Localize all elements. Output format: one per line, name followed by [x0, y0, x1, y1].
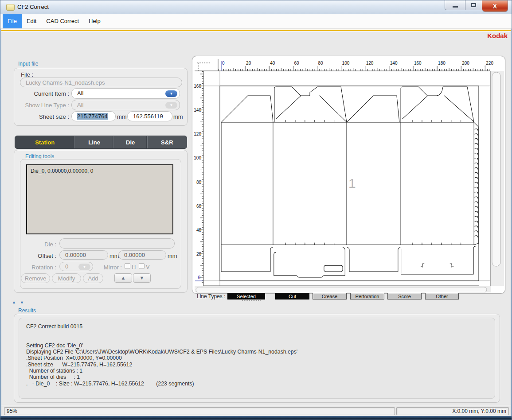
mirror-h-label: H: [132, 264, 136, 270]
sheet-height-value: 162.556119: [133, 113, 163, 120]
move-up-button[interactable]: ▲: [114, 273, 132, 283]
dieline-canvas[interactable]: 1020406080100120140160180200220204060801…: [192, 56, 504, 292]
close-icon: X: [493, 3, 497, 10]
svg-text:160: 160: [414, 61, 422, 66]
collapse-up-icon[interactable]: ▲: [12, 300, 16, 304]
svg-text:20: 20: [196, 252, 202, 257]
add-button[interactable]: Add: [83, 273, 103, 283]
rotation-label: Rotation :: [14, 264, 56, 271]
rotation-combo: 0 ▼: [59, 262, 93, 271]
cad-viewport[interactable]: 1020406080100120140160180200220204060801…: [192, 56, 505, 294]
menu-bar: File Edit CAD Correct Help: [0, 14, 512, 29]
station-listbox[interactable]: Die_0, 0.00000,0.00000, 0: [26, 164, 173, 234]
offset-x-unit: mm: [109, 253, 119, 259]
close-button[interactable]: X: [482, 0, 508, 12]
svg-text:0: 0: [222, 61, 225, 66]
sheet-height-input[interactable]: 162.556119: [127, 111, 172, 121]
chevron-down-icon: ▼: [78, 264, 90, 270]
file-label: File :: [21, 71, 33, 78]
app-window: CF2 Correct X File Edit CAD Correct Help…: [0, 0, 512, 420]
maximize-icon: [471, 3, 476, 7]
window-frame-bottom: [0, 416, 512, 420]
window-frame-left: [0, 29, 1, 417]
svg-text:200: 200: [462, 61, 469, 66]
tab-bar: Station Line Die S&R: [15, 136, 187, 149]
line-type-crease[interactable]: Crease: [313, 293, 347, 299]
sheet-height-unit: mm: [173, 113, 183, 120]
line-types-label: Line Types :: [197, 293, 226, 299]
svg-text:180: 180: [438, 61, 446, 66]
editing-tools-label: Editing tools: [25, 153, 54, 159]
menu-cad-correct[interactable]: CAD Correct: [41, 14, 84, 28]
svg-text:40: 40: [270, 61, 275, 66]
menu-file[interactable]: File: [3, 14, 22, 28]
chevron-down-icon[interactable]: ▼: [165, 90, 177, 97]
svg-text:160: 160: [194, 84, 201, 89]
sheet-width-unit: mm: [117, 113, 127, 120]
svg-text:100: 100: [342, 61, 350, 66]
collapse-down-icon[interactable]: ▼: [20, 300, 24, 305]
results-group: CF2 Correct build 0015 Setting CF2 doc '…: [14, 314, 500, 403]
title-bar: CF2 Correct X: [0, 0, 512, 14]
offset-x-input[interactable]: 0.00000: [59, 250, 108, 260]
die-field: [59, 238, 175, 249]
results-label: Results: [18, 307, 36, 314]
mirror-label: Mirror :: [96, 264, 122, 271]
mirror-v-checkbox: [139, 263, 145, 269]
app-icon: [6, 4, 15, 11]
modify-button[interactable]: Modify: [52, 273, 81, 283]
gold-divider: [0, 29, 512, 31]
tab-station[interactable]: Station: [15, 136, 75, 148]
tab-line[interactable]: Line: [75, 136, 113, 148]
current-item-combo[interactable]: All ▼: [71, 88, 180, 99]
svg-text:140: 140: [194, 108, 201, 113]
chevron-down-icon: ▼: [165, 102, 177, 109]
minimize-button[interactable]: [445, 0, 465, 10]
svg-text:60: 60: [294, 61, 299, 66]
input-file-group-label: Input file: [18, 61, 38, 67]
results-log-area[interactable]: CF2 Correct build 0015 Setting CF2 doc '…: [19, 318, 495, 399]
selected-dash-sample: [242, 300, 261, 301]
move-down-button[interactable]: ▼: [133, 273, 151, 283]
sheet-width-input[interactable]: 215.774764: [71, 111, 116, 121]
svg-text:120: 120: [194, 132, 201, 136]
zoom-status: 95%: [4, 407, 395, 415]
rotation-value: 0: [65, 263, 68, 270]
offset-label: Offset :: [20, 253, 56, 259]
svg-text:120: 120: [366, 61, 374, 66]
file-field: Lucky Charms-N1_nodash.eps: [20, 78, 182, 87]
status-bar: 95% X:0.00 mm, Y:0.00 mm: [0, 405, 512, 417]
maximize-button[interactable]: [465, 0, 482, 10]
cursor-coordinates: X:0.00 mm, Y:0.00 mm: [396, 407, 509, 415]
mirror-h-checkbox: [125, 263, 130, 269]
line-type-cut[interactable]: Cut: [275, 293, 309, 299]
svg-text:100: 100: [194, 156, 201, 160]
line-type-score[interactable]: Score: [387, 293, 422, 299]
tab-sr[interactable]: S&R: [148, 136, 187, 148]
results-log-text: CF2 Correct build 0015 Setting CF2 doc '…: [26, 323, 297, 387]
svg-text:60: 60: [196, 204, 202, 209]
offset-y-unit: mm: [168, 253, 177, 259]
line-type-other[interactable]: Other: [425, 293, 459, 299]
kodak-logo: Kodak: [487, 32, 508, 39]
sheet-size-label: Sheet size :: [14, 113, 69, 120]
svg-text:0: 0: [198, 275, 200, 280]
svg-text:1: 1: [348, 176, 356, 191]
svg-text:40: 40: [196, 228, 202, 233]
list-item[interactable]: Die_0, 0.00000,0.00000, 0: [31, 168, 93, 174]
menu-edit[interactable]: Edit: [22, 14, 41, 28]
show-line-type-label: Show Line Type :: [14, 102, 69, 109]
current-item-value: All: [77, 90, 83, 97]
die-label: Die :: [20, 241, 56, 248]
mirror-v-label: V: [146, 264, 150, 270]
remove-button[interactable]: Remove: [21, 273, 50, 283]
arrow-down-icon: ▼: [140, 275, 145, 280]
menu-help[interactable]: Help: [84, 14, 106, 28]
line-type-perforation[interactable]: Perforation: [350, 293, 384, 299]
current-item-label: Current Item :: [14, 90, 69, 97]
tab-die[interactable]: Die: [114, 136, 148, 148]
minimize-icon: [453, 6, 458, 8]
offset-y-input[interactable]: 0.00000: [118, 250, 166, 260]
svg-text:80: 80: [318, 61, 324, 66]
line-type-selected[interactable]: Selected: [227, 293, 265, 299]
